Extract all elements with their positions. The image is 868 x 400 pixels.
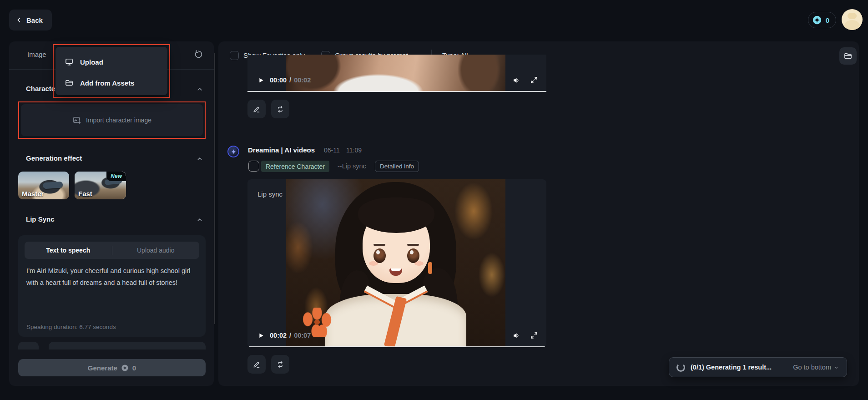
- back-label: Back: [26, 16, 43, 24]
- reference-character-tag[interactable]: Reference Character: [261, 161, 329, 172]
- volume-icon[interactable]: [512, 76, 521, 85]
- reset-icon[interactable]: [193, 49, 204, 60]
- reference-thumb-placeholder: [248, 161, 259, 172]
- menu-item-add-from-assets[interactable]: Add from Assets: [56, 72, 167, 93]
- assets-folder-button[interactable]: [839, 47, 857, 65]
- generate-cost: 0: [132, 364, 136, 372]
- speech-text-input[interactable]: I’m Airi Mizuki, your cheerful and curio…: [26, 265, 197, 289]
- lip-sync-tag: --Lip sync: [338, 162, 366, 170]
- import-character-image-button[interactable]: Import character image: [21, 104, 203, 136]
- play-icon[interactable]: [257, 77, 264, 84]
- time-display-1: 00:00/00:02: [270, 76, 311, 84]
- detailed-info-button[interactable]: Detailed info: [375, 161, 419, 172]
- play-icon[interactable]: [257, 332, 264, 339]
- go-to-bottom-button[interactable]: Go to bottom: [793, 364, 839, 371]
- video-frame-2: [286, 179, 505, 347]
- result-date: 06-11: [324, 147, 340, 154]
- pencil-icon: [252, 105, 261, 113]
- generation-sidebar: Image Video Upload Add from Assets Chara…: [9, 41, 214, 386]
- edit-result-button[interactable]: [247, 355, 266, 374]
- folder-icon: [65, 78, 74, 87]
- lip-sync-collapse-icon[interactable]: [196, 216, 204, 224]
- generate-button[interactable]: Generate 0: [18, 359, 206, 376]
- seek-bar[interactable]: [247, 91, 546, 92]
- lip-sync-title: Lip Sync: [26, 215, 55, 223]
- upload-menu-annotation: Upload Add from Assets: [53, 44, 170, 98]
- import-annotation: Import character image: [18, 101, 206, 139]
- avatar-silhouette: [848, 13, 857, 19]
- tab-image[interactable]: Image: [27, 51, 46, 58]
- menu-item-upload[interactable]: Upload: [56, 51, 167, 72]
- image-plus-icon: [72, 116, 81, 125]
- credit-coin-icon: [812, 15, 822, 25]
- generation-effect-title: Generation effect: [26, 154, 82, 162]
- edit-result-button[interactable]: [247, 100, 266, 118]
- result-author: Dreamina | AI videos: [248, 146, 315, 154]
- fullscreen-icon[interactable]: [530, 331, 538, 340]
- player-controls-1: 00:00/00:02: [247, 69, 546, 91]
- player-controls-2: 00:02/00:07: [247, 324, 546, 346]
- credit-coin-icon: [121, 364, 129, 372]
- effect-option-fast[interactable]: Fast New: [75, 172, 126, 199]
- spinner-icon: [676, 363, 685, 372]
- monitor-upload-icon: [65, 57, 74, 66]
- credits-balance[interactable]: 0: [808, 12, 836, 28]
- toast-message: (0/1) Generating 1 result...: [691, 364, 772, 371]
- video-player-1[interactable]: 00:00/00:02: [247, 55, 546, 92]
- chevron-left-icon: [15, 16, 23, 24]
- regenerate-button[interactable]: [271, 355, 289, 374]
- effect-option-master[interactable]: Master: [18, 172, 69, 199]
- import-label: Import character image: [86, 116, 151, 124]
- audio-source-switcher: Text to speech Upload audio: [25, 242, 199, 259]
- results-panel: Show Favorites only Group results by pro…: [218, 41, 859, 386]
- tab-text-to-speech[interactable]: Text to speech: [25, 247, 112, 254]
- result-time: 11:09: [346, 147, 362, 154]
- video-player-2[interactable]: Lip sync 00:02/00:07: [247, 179, 546, 347]
- generate-label: Generate: [88, 364, 117, 372]
- character-collapse-icon[interactable]: [196, 85, 204, 93]
- fullscreen-icon[interactable]: [530, 76, 538, 85]
- new-badge: New: [106, 172, 126, 181]
- tab-upload-audio[interactable]: Upload audio: [112, 247, 200, 254]
- speaking-duration: Speaking duration: 6.77 seconds: [26, 324, 116, 330]
- time-display-2: 00:02/00:07: [270, 332, 311, 339]
- video-type-label: Lip sync: [257, 190, 283, 198]
- user-avatar[interactable]: [842, 9, 863, 30]
- credits-count: 0: [826, 16, 829, 24]
- regenerate-button[interactable]: [271, 100, 289, 118]
- back-button[interactable]: Back: [9, 10, 52, 30]
- volume-icon[interactable]: [512, 331, 521, 340]
- dreamina-logo-icon[interactable]: [227, 146, 239, 157]
- repeat-icon: [276, 360, 284, 369]
- folder-icon: [843, 51, 853, 61]
- generation-effect-collapse-icon[interactable]: [196, 155, 204, 163]
- chevron-down-icon: [833, 365, 839, 370]
- repeat-icon: [276, 105, 284, 113]
- voice-selector-stub[interactable]: [49, 342, 206, 349]
- favorites-checkbox[interactable]: [230, 51, 239, 60]
- voice-option-stub[interactable]: [18, 342, 39, 349]
- sidebar-scrollbar[interactable]: [214, 53, 215, 324]
- seek-bar[interactable]: [247, 346, 546, 347]
- generation-status-toast[interactable]: (0/1) Generating 1 result... Go to botto…: [669, 357, 847, 377]
- upload-menu: Upload Add from Assets: [56, 47, 167, 95]
- lip-sync-card: Text to speech Upload audio I’m Airi Miz…: [18, 235, 206, 337]
- pencil-icon: [252, 360, 261, 369]
